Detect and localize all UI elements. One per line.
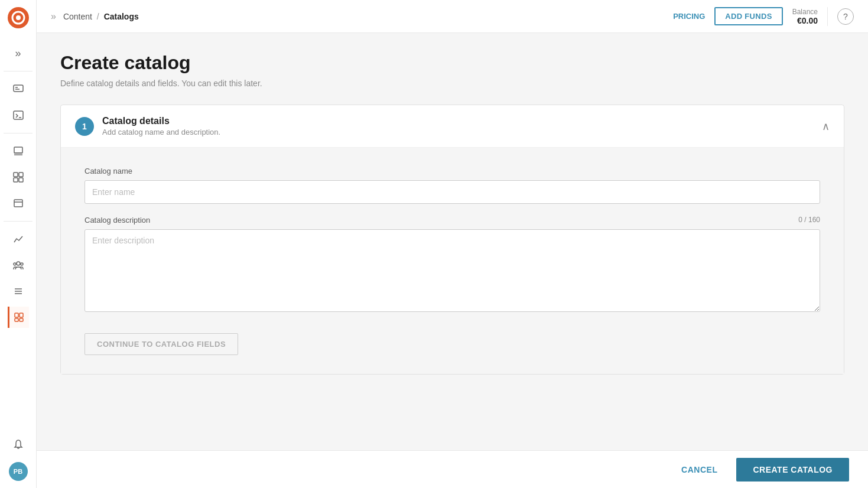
svg-point-2 [16,15,21,20]
name-label: Catalog name [84,167,820,175]
avatar[interactable]: PB [9,462,28,481]
reports-icon[interactable] [8,229,29,250]
header: » Content / Catalogs PRICING ADD FUNDS B… [37,0,868,33]
balance-label: Balance [792,8,818,16]
card-collapse-icon[interactable]: ∧ [822,120,830,133]
svg-point-19 [21,263,23,265]
svg-rect-25 [15,318,18,321]
main-area: » Content / Catalogs PRICING ADD FUNDS B… [37,0,868,488]
continue-to-catalog-fields-button[interactable]: CONTINUE TO CATALOG FIELDS [84,333,238,355]
catalog-name-input[interactable] [84,180,820,204]
footer: CANCEL CREATE CATALOG [37,450,868,488]
page-content: Create catalog Define catalog details an… [37,33,868,450]
name-form-group: Catalog name [84,167,820,204]
svg-rect-26 [19,318,23,321]
create-catalog-button[interactable]: CREATE CATALOG [736,458,849,482]
cancel-button[interactable]: CANCEL [672,459,727,480]
campaigns-icon[interactable] [8,141,29,162]
description-header: Catalog description 0 / 160 [84,216,820,225]
balance-value: €0.00 [792,16,818,25]
svg-rect-14 [19,178,23,182]
header-divider [827,7,828,26]
divider-2 [4,133,32,134]
svg-rect-13 [14,178,18,182]
svg-rect-3 [14,85,23,92]
svg-rect-6 [14,111,23,119]
step-badge: 1 [75,117,94,136]
back-icon[interactable]: » [51,11,56,22]
notification-icon[interactable] [8,434,29,455]
add-funds-button[interactable]: ADD FUNDS [714,7,782,25]
sidebar: » [0,0,37,488]
broadcast-icon[interactable] [8,193,29,214]
svg-rect-12 [19,173,23,177]
catalog-details-card: 1 Catalog details Add catalog name and d… [60,105,844,375]
breadcrumb-separator: / [97,12,99,21]
lists-icon[interactable] [8,281,29,302]
description-label: Catalog description [84,216,150,225]
form-area: Catalog name Catalog description 0 / 160… [61,148,844,374]
page-title: Create catalog [60,52,844,74]
svg-point-17 [17,262,20,265]
svg-rect-15 [14,200,22,207]
contacts-icon[interactable] [8,255,29,276]
catalog-icon[interactable] [8,307,29,328]
card-header-title: Catalog details [102,116,220,126]
header-right: PRICING ADD FUNDS Balance €0.00 ? [673,7,854,26]
divider-3 [4,221,32,222]
card-header-subtitle: Add catalog name and description. [102,128,220,136]
terminal-icon[interactable] [8,105,29,126]
logo[interactable] [8,7,29,31]
chat-icon[interactable] [8,79,29,100]
expand-icon[interactable]: » [8,43,29,64]
help-icon[interactable]: ? [837,8,854,25]
description-counter: 0 / 160 [798,216,820,225]
svg-rect-23 [15,313,18,317]
svg-point-18 [14,263,16,265]
pricing-link[interactable]: PRICING [673,12,705,21]
svg-rect-24 [19,313,23,317]
card-header-text: Catalog details Add catalog name and des… [102,116,220,136]
page-subtitle: Define catalog details and fields. You c… [60,79,844,88]
sidebar-bottom: PB [8,431,29,481]
breadcrumb: Content / Catalogs [63,12,139,21]
svg-rect-8 [14,147,22,153]
catalog-description-textarea[interactable] [84,229,820,312]
svg-rect-11 [14,173,18,177]
divider-1 [4,71,32,71]
flows-icon[interactable] [8,167,29,188]
card-header: 1 Catalog details Add catalog name and d… [61,105,844,148]
description-form-group: Catalog description 0 / 160 [84,216,820,314]
breadcrumb-parent[interactable]: Content [63,12,92,21]
breadcrumb-current: Catalogs [104,12,139,21]
balance-section: Balance €0.00 [792,8,818,25]
